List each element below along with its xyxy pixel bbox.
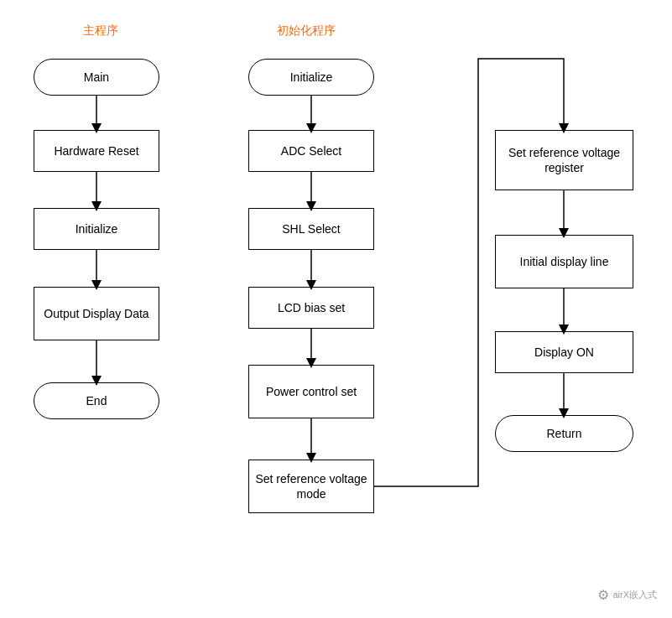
lcd-bias-set-box: LCD bias set bbox=[248, 287, 374, 329]
set-ref-voltage-register-box: Set reference voltage register bbox=[495, 130, 633, 190]
main-node: Main bbox=[34, 59, 159, 96]
init-program-label: 初始化程序 bbox=[252, 23, 361, 39]
main-initialize-box: Initialize bbox=[34, 208, 159, 250]
hardware-reset-box: Hardware Reset bbox=[34, 130, 159, 172]
power-control-set-box: Power control set bbox=[248, 365, 374, 418]
initial-display-line-box: Initial display line bbox=[495, 235, 633, 288]
set-ref-voltage-mode-box: Set reference voltage mode bbox=[248, 460, 374, 513]
init-initialize-node: Initialize bbox=[248, 59, 374, 96]
main-program-label: 主程序 bbox=[50, 23, 151, 39]
return-node: Return bbox=[495, 415, 633, 452]
display-on-box: Display ON bbox=[495, 331, 633, 373]
end-node: End bbox=[34, 382, 159, 419]
shl-select-box: SHL Select bbox=[248, 208, 374, 250]
diagram-container: 主程序 初始化程序 Main Hardware Reset Initialize… bbox=[0, 0, 672, 618]
watermark: ⚙ airX嵌入式 bbox=[597, 587, 657, 603]
adc-select-box: ADC Select bbox=[248, 130, 374, 172]
output-display-data-box: Output Display Data bbox=[34, 287, 159, 340]
